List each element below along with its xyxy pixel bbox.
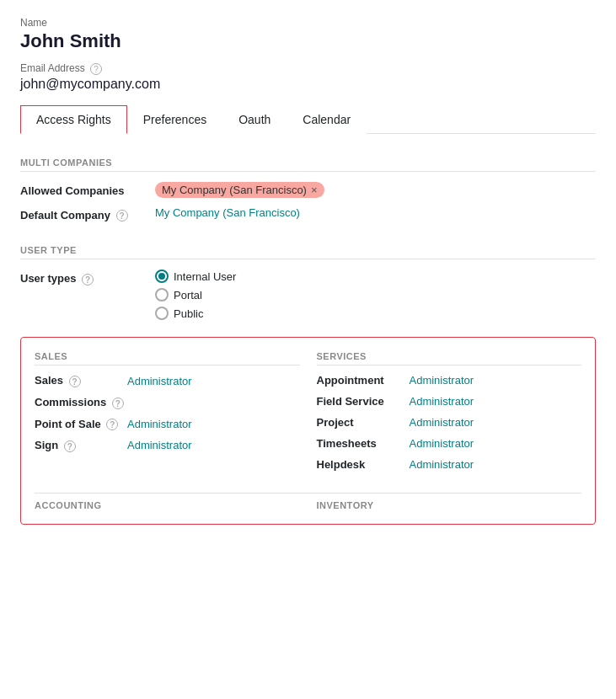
perm-label-sales: Sales ? [35, 374, 127, 387]
email-label: Email Address ? [20, 62, 596, 75]
sign-help-icon[interactable]: ? [64, 440, 76, 452]
email-help-icon[interactable]: ? [90, 63, 102, 75]
perm-value-project: Administrator [410, 416, 474, 429]
perm-row-pos: Point of Sale ? Administrator [35, 418, 300, 431]
perm-row-sales: Sales ? Administrator [35, 374, 300, 387]
company-tag-text: My Company (San Francisco) [162, 184, 307, 196]
perm-row-commissions: Commissions ? [35, 396, 300, 409]
tab-calendar[interactable]: Calendar [287, 105, 367, 134]
perm-row-sign: Sign ? Administrator [35, 439, 300, 452]
tabs-container: Access Rights Preferences Oauth Calendar [20, 105, 596, 134]
allowed-companies-value: My Company (San Francisco) × [155, 182, 596, 198]
radio-portal[interactable]: Portal [155, 288, 596, 301]
inventory-header: INVENTORY [317, 500, 582, 510]
tab-oauth[interactable]: Oauth [222, 105, 287, 134]
perm-label-helpdesk: Helpdesk [317, 458, 410, 471]
perm-value-timesheets: Administrator [410, 437, 474, 450]
user-types-help-icon[interactable]: ? [82, 274, 94, 285]
company-tag: My Company (San Francisco) × [155, 182, 324, 198]
perm-value-appointment: Administrator [410, 374, 474, 387]
perm-label-appointment: Appointment [317, 374, 410, 387]
default-company-row: Default Company ? My Company (San Franci… [20, 206, 596, 222]
perm-value-pos: Administrator [127, 418, 192, 430]
perm-value-helpdesk: Administrator [410, 458, 474, 471]
radio-label-portal: Portal [174, 289, 202, 301]
radio-internal-user[interactable]: Internal User [155, 269, 596, 283]
permissions-box: SALES Sales ? Administrator Commissions … [20, 337, 596, 525]
perm-label-timesheets: Timesheets [317, 437, 410, 450]
radio-circle-internal [155, 269, 169, 283]
default-company-value: My Company (San Francisco) [155, 206, 596, 219]
user-name: John Smith [20, 30, 596, 52]
default-company-label: Default Company ? [20, 206, 155, 222]
radio-public[interactable]: Public [155, 307, 596, 320]
user-types-label: User types ? [20, 269, 155, 285]
sales-header: SALES [35, 351, 300, 366]
radio-label-public: Public [174, 307, 203, 320]
commissions-help-icon[interactable]: ? [112, 398, 124, 409]
company-tag-close[interactable]: × [311, 184, 318, 196]
perm-value-sign: Administrator [127, 439, 192, 451]
perm-label-pos: Point of Sale ? [35, 418, 127, 431]
user-types-options: Internal User Portal Public [155, 269, 596, 320]
radio-group: Internal User Portal Public [155, 269, 596, 320]
services-header: SERVICES [317, 351, 582, 366]
name-section: Name John Smith [20, 17, 596, 52]
services-column: SERVICES Appointment Administrator Field… [317, 351, 582, 479]
perm-row-helpdesk: Helpdesk Administrator [317, 458, 582, 471]
perm-row-project: Project Administrator [317, 416, 582, 429]
perm-row-appointment: Appointment Administrator [317, 374, 582, 387]
perm-row-field-service: Field Service Administrator [317, 395, 582, 408]
bottom-section-headers: ACCOUNTING INVENTORY [35, 493, 581, 510]
default-company-help-icon[interactable]: ? [116, 210, 128, 221]
sales-column: SALES Sales ? Administrator Commissions … [35, 351, 300, 479]
sales-help-icon[interactable]: ? [69, 376, 81, 387]
email-section: Email Address ? john@mycompany.com [20, 62, 596, 92]
multi-companies-section: MULTI COMPANIES Allowed Companies My Com… [20, 151, 596, 222]
perm-label-project: Project [317, 416, 410, 429]
radio-label-internal: Internal User [174, 270, 236, 283]
perm-value-sales: Administrator [127, 375, 192, 387]
default-company-link[interactable]: My Company (San Francisco) [155, 206, 300, 219]
perm-row-timesheets: Timesheets Administrator [317, 437, 582, 450]
user-type-section: USER TYPE User types ? Internal User Por… [20, 238, 596, 320]
multi-companies-header: MULTI COMPANIES [20, 151, 596, 172]
tab-preferences[interactable]: Preferences [127, 105, 222, 134]
perm-label-commissions: Commissions ? [35, 396, 127, 409]
tab-access-rights[interactable]: Access Rights [20, 105, 127, 134]
radio-circle-portal [155, 288, 169, 301]
email-value: john@mycompany.com [20, 77, 596, 92]
accounting-header: ACCOUNTING [35, 500, 300, 510]
perm-label-sign: Sign ? [35, 439, 127, 452]
allowed-companies-row: Allowed Companies My Company (San Franci… [20, 182, 596, 198]
name-label: Name [20, 17, 596, 29]
page-container: Name John Smith Email Address ? john@myc… [0, 0, 616, 542]
user-type-header: USER TYPE [20, 238, 596, 259]
pos-help-icon[interactable]: ? [106, 419, 118, 430]
user-types-row: User types ? Internal User Portal [20, 269, 596, 320]
allowed-companies-label: Allowed Companies [20, 182, 155, 197]
perm-label-field-service: Field Service [317, 395, 410, 408]
radio-circle-public [155, 307, 169, 320]
permissions-grid: SALES Sales ? Administrator Commissions … [35, 351, 581, 479]
perm-value-field-service: Administrator [410, 395, 474, 408]
